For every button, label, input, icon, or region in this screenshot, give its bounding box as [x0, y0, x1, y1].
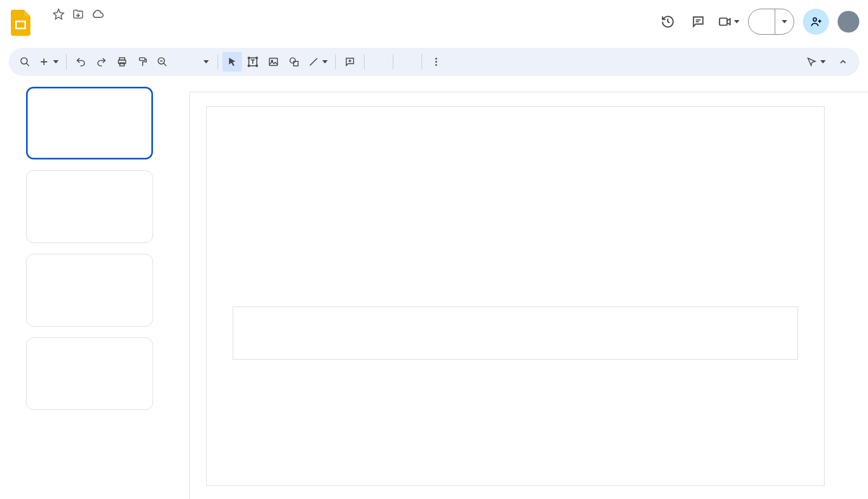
- select-tool-icon[interactable]: [222, 52, 242, 72]
- history-icon[interactable]: [657, 11, 679, 33]
- toolbar: [9, 48, 859, 76]
- svg-point-4: [21, 58, 28, 65]
- menu-slide[interactable]: [99, 25, 110, 29]
- svg-rect-18: [293, 61, 298, 66]
- caret-down-icon: [203, 60, 209, 63]
- background-button[interactable]: [369, 52, 388, 72]
- thumbnail-1[interactable]: [11, 87, 164, 159]
- separator: [393, 54, 393, 69]
- textbox-icon[interactable]: [243, 52, 263, 72]
- menu-format[interactable]: [87, 25, 98, 29]
- undo-icon[interactable]: [71, 52, 91, 72]
- svg-rect-15: [270, 58, 278, 65]
- thumb-number: [11, 337, 26, 341]
- ruler-vertical[interactable]: [168, 92, 190, 499]
- thumbnail-2[interactable]: [11, 170, 164, 243]
- separator: [66, 54, 67, 69]
- svg-point-14: [256, 65, 258, 67]
- ruler-horizontal[interactable]: [190, 80, 868, 92]
- slideshow-button: [748, 9, 794, 35]
- document-title[interactable]: [39, 13, 46, 15]
- svg-point-13: [248, 65, 250, 67]
- thumb-number: [11, 170, 26, 174]
- app-header: [0, 0, 868, 43]
- main-area: [0, 80, 868, 499]
- slideshow-main[interactable]: [749, 9, 775, 34]
- account-avatar[interactable]: [838, 11, 859, 33]
- svg-point-3: [813, 18, 816, 21]
- slides-logo[interactable]: [9, 7, 33, 39]
- line-icon[interactable]: [305, 52, 331, 72]
- slideshow-dropdown[interactable]: [775, 9, 794, 34]
- menu-extensions[interactable]: [135, 25, 145, 29]
- slide-subtitle-placeholder[interactable]: [233, 306, 798, 360]
- separator: [218, 54, 218, 69]
- zoom-control[interactable]: [154, 52, 213, 72]
- svg-point-11: [248, 57, 250, 59]
- print-icon[interactable]: [112, 52, 132, 72]
- share-button[interactable]: [803, 9, 829, 35]
- more-options-icon[interactable]: [426, 52, 446, 72]
- thumbnail-3[interactable]: [11, 254, 164, 327]
- svg-point-20: [435, 61, 437, 62]
- comments-icon[interactable]: [687, 11, 709, 33]
- pointer-mode-icon[interactable]: [803, 52, 829, 72]
- menu-overflow[interactable]: [146, 25, 153, 29]
- canvas-area: [168, 80, 868, 499]
- filmstrip[interactable]: [0, 80, 168, 499]
- add-comment-icon[interactable]: [340, 52, 360, 72]
- menu-insert[interactable]: [75, 25, 86, 29]
- menu-tools[interactable]: [123, 25, 133, 29]
- zoom-icon: [157, 56, 168, 67]
- redo-icon[interactable]: [92, 52, 111, 72]
- thumb-number: [11, 254, 26, 257]
- svg-point-19: [435, 58, 437, 60]
- svg-point-12: [256, 57, 258, 59]
- layout-button[interactable]: [398, 52, 417, 72]
- title-area: [39, 4, 657, 29]
- paint-format-icon[interactable]: [133, 52, 152, 72]
- menu-file[interactable]: [39, 25, 50, 29]
- thumb-number: [11, 87, 26, 90]
- menu-view[interactable]: [63, 25, 74, 29]
- menu-bar: [39, 25, 657, 29]
- svg-rect-1: [17, 22, 24, 28]
- shape-icon[interactable]: [284, 52, 304, 72]
- cloud-status-icon[interactable]: [91, 8, 104, 21]
- slide-canvas[interactable]: [206, 106, 825, 486]
- header-actions: [657, 9, 859, 35]
- search-menus-icon[interactable]: [15, 52, 35, 72]
- caret-down-icon: [820, 60, 826, 63]
- new-slide-button[interactable]: [36, 52, 62, 72]
- svg-rect-8: [139, 58, 145, 61]
- svg-rect-2: [719, 18, 727, 25]
- caret-down-icon: [322, 60, 328, 63]
- svg-point-21: [435, 64, 437, 66]
- thumbnail-4[interactable]: [11, 337, 164, 410]
- separator: [364, 54, 365, 69]
- caret-down-icon: [734, 20, 739, 23]
- meet-button[interactable]: [718, 15, 739, 29]
- menu-edit[interactable]: [51, 25, 62, 29]
- star-icon[interactable]: [52, 8, 65, 21]
- hide-menus-icon[interactable]: [833, 52, 853, 72]
- caret-down-icon: [782, 20, 787, 23]
- menu-arrange[interactable]: [111, 25, 122, 29]
- svg-point-17: [290, 58, 296, 63]
- separator: [335, 54, 336, 69]
- separator: [422, 54, 422, 69]
- caret-down-icon: [53, 60, 59, 63]
- image-icon[interactable]: [264, 52, 283, 72]
- move-icon[interactable]: [72, 8, 85, 21]
